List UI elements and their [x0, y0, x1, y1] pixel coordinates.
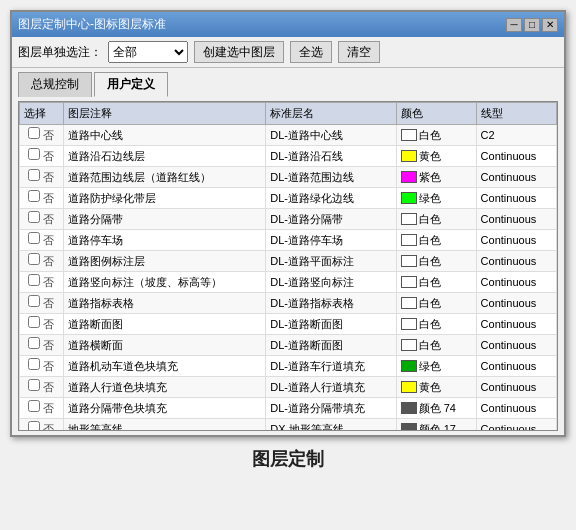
- color-cell: 白色: [396, 272, 476, 293]
- color-box: [401, 129, 417, 141]
- color-cell: 白色: [396, 335, 476, 356]
- row-checkbox[interactable]: [28, 169, 40, 181]
- select-cell: 否: [20, 314, 64, 335]
- layer-table: 选择 图层注释 标准层名 颜色 线型 否道路中心线DL-道路中心线白色C2 否道…: [19, 102, 557, 431]
- color-label: 白色: [419, 339, 441, 351]
- linetype-cell: Continuous: [476, 146, 556, 167]
- col-header-color: 颜色: [396, 103, 476, 125]
- row-checkbox[interactable]: [28, 190, 40, 202]
- title-bar: 图层定制中心-图标图层标准 ─ □ ✕: [12, 12, 564, 37]
- select-cell: 否: [20, 398, 64, 419]
- color-box: [401, 423, 417, 431]
- select-cell: 否: [20, 293, 64, 314]
- table-row: 否道路人行道色块填充DL-道路人行道填充黄色Continuous: [20, 377, 557, 398]
- select-cell: 否: [20, 125, 64, 146]
- stdname-cell: DL-道路分隔带: [266, 209, 396, 230]
- maximize-button[interactable]: □: [524, 18, 540, 32]
- tab-general-control[interactable]: 总规控制: [18, 72, 92, 97]
- table-row: 否道路图例标注层DL-道路平面标注白色Continuous: [20, 251, 557, 272]
- no-label: 否: [40, 129, 54, 141]
- no-label: 否: [40, 339, 54, 351]
- color-box: [401, 192, 417, 204]
- stdname-cell: DL-道路分隔带填充: [266, 398, 396, 419]
- comment-cell: 道路指标表格: [63, 293, 266, 314]
- color-cell: 紫色: [396, 167, 476, 188]
- table-row: 否道路停车场DL-道路停车场白色Continuous: [20, 230, 557, 251]
- row-checkbox[interactable]: [28, 421, 40, 431]
- minimize-button[interactable]: ─: [506, 18, 522, 32]
- color-label: 白色: [419, 318, 441, 330]
- select-cell: 否: [20, 188, 64, 209]
- linetype-cell: Continuous: [476, 335, 556, 356]
- window-title: 图层定制中心-图标图层标准: [18, 16, 166, 33]
- table-row: 否地形等高线DX-地形等高线颜色 17Continuous: [20, 419, 557, 432]
- filter-select[interactable]: 全部: [108, 41, 188, 63]
- no-label: 否: [40, 213, 54, 225]
- select-cell: 否: [20, 251, 64, 272]
- comment-cell: 道路分隔带色块填充: [63, 398, 266, 419]
- linetype-cell: Continuous: [476, 167, 556, 188]
- table-row: 否道路沿石边线层DL-道路沿石线黄色Continuous: [20, 146, 557, 167]
- table-row: 否道路竖向标注（坡度、标高等）DL-道路竖向标注白色Continuous: [20, 272, 557, 293]
- stdname-cell: DL-道路断面图: [266, 335, 396, 356]
- color-cell: 绿色: [396, 188, 476, 209]
- row-checkbox[interactable]: [28, 295, 40, 307]
- row-checkbox[interactable]: [28, 358, 40, 370]
- color-label: 白色: [419, 255, 441, 267]
- table-row: 否道路横断面DL-道路断面图白色Continuous: [20, 335, 557, 356]
- comment-cell: 道路范围边线层（道路红线）: [63, 167, 266, 188]
- stdname-cell: DL-道路沿石线: [266, 146, 396, 167]
- row-checkbox[interactable]: [28, 400, 40, 412]
- row-checkbox[interactable]: [28, 253, 40, 265]
- color-box: [401, 360, 417, 372]
- color-cell: 颜色 74: [396, 398, 476, 419]
- color-cell: 绿色: [396, 356, 476, 377]
- toolbar: 图层单独选注： 全部 创建选中图层 全选 清空: [12, 37, 564, 68]
- color-cell: 黄色: [396, 146, 476, 167]
- clear-button[interactable]: 清空: [338, 41, 380, 63]
- create-layer-button[interactable]: 创建选中图层: [194, 41, 284, 63]
- color-box: [401, 381, 417, 393]
- table-body: 否道路中心线DL-道路中心线白色C2 否道路沿石边线层DL-道路沿石线黄色Con…: [20, 125, 557, 432]
- comment-cell: 道路分隔带: [63, 209, 266, 230]
- no-label: 否: [40, 381, 54, 393]
- no-label: 否: [40, 423, 54, 431]
- linetype-cell: Continuous: [476, 419, 556, 432]
- select-cell: 否: [20, 377, 64, 398]
- comment-cell: 道路人行道色块填充: [63, 377, 266, 398]
- row-checkbox[interactable]: [28, 274, 40, 286]
- comment-cell: 道路断面图: [63, 314, 266, 335]
- color-label: 黄色: [419, 150, 441, 162]
- linetype-cell: Continuous: [476, 230, 556, 251]
- row-checkbox[interactable]: [28, 379, 40, 391]
- no-label: 否: [40, 402, 54, 414]
- tab-user-defined[interactable]: 用户定义: [94, 72, 168, 97]
- color-box: [401, 318, 417, 330]
- no-label: 否: [40, 234, 54, 246]
- main-window: 图层定制中心-图标图层标准 ─ □ ✕ 图层单独选注： 全部 创建选中图层 全选…: [10, 10, 566, 437]
- select-cell: 否: [20, 356, 64, 377]
- row-checkbox[interactable]: [28, 337, 40, 349]
- table-row: 否道路分隔带色块填充DL-道路分隔带填充颜色 74Continuous: [20, 398, 557, 419]
- select-cell: 否: [20, 419, 64, 432]
- row-checkbox[interactable]: [28, 316, 40, 328]
- row-checkbox[interactable]: [28, 232, 40, 244]
- select-all-button[interactable]: 全选: [290, 41, 332, 63]
- table-header-row: 选择 图层注释 标准层名 颜色 线型: [20, 103, 557, 125]
- close-button[interactable]: ✕: [542, 18, 558, 32]
- color-label: 白色: [419, 234, 441, 246]
- row-checkbox[interactable]: [28, 148, 40, 160]
- stdname-cell: DL-道路停车场: [266, 230, 396, 251]
- table-row: 否道路断面图DL-道路断面图白色Continuous: [20, 314, 557, 335]
- row-checkbox[interactable]: [28, 211, 40, 223]
- table-row: 否道路分隔带DL-道路分隔带白色Continuous: [20, 209, 557, 230]
- no-label: 否: [40, 255, 54, 267]
- row-checkbox[interactable]: [28, 127, 40, 139]
- color-box: [401, 297, 417, 309]
- no-label: 否: [40, 360, 54, 372]
- comment-cell: 道路图例标注层: [63, 251, 266, 272]
- no-label: 否: [40, 150, 54, 162]
- color-label: 颜色 74: [419, 402, 456, 414]
- comment-cell: 道路机动车道色块填充: [63, 356, 266, 377]
- color-cell: 白色: [396, 230, 476, 251]
